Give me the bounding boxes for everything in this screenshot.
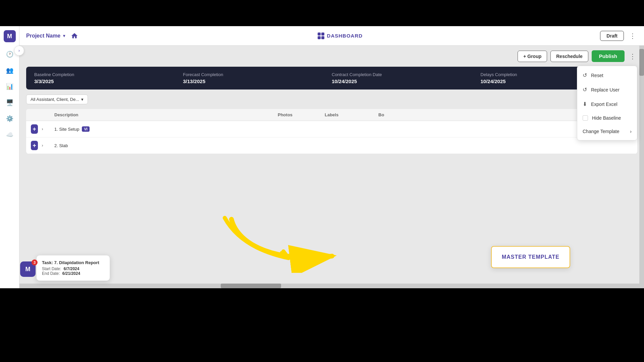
horizontal-scrollbar[interactable] [19, 284, 639, 288]
top-nav: Project Name ▾ DASHBOARD Draft ⋮ [19, 26, 644, 46]
th-photos: Photos [273, 109, 320, 121]
row1-add-button[interactable]: + [31, 124, 38, 134]
reschedule-button[interactable]: Reschedule [550, 51, 588, 62]
baseline-label: Baseline Completion [34, 72, 183, 77]
notification-badge: 3 [32, 259, 38, 265]
nav-center: DASHBOARD [80, 33, 600, 39]
row2-photos [273, 142, 320, 149]
filter-bar: All Assistant, Client, De... ▾ ⇕ [19, 89, 644, 109]
black-bar-top [0, 0, 644, 26]
sidebar-item-monitor[interactable]: 🖥️ [3, 96, 16, 109]
draft-button[interactable]: Draft [600, 31, 624, 41]
table-row: + › 1. Site Setup VI [26, 121, 637, 137]
sidebar-item-cloud[interactable]: ☁️ [3, 128, 16, 141]
end-value: 6/21/2024 [62, 271, 80, 276]
home-button[interactable] [69, 31, 80, 41]
row1-action-group: + › [31, 124, 45, 134]
group-button[interactable]: + Group [518, 51, 547, 62]
nav-right: Draft ⋮ [600, 31, 637, 41]
replace-user-icon: ↺ [583, 86, 587, 93]
sidebar-item-people[interactable]: 👥 [3, 64, 16, 77]
row1-description: 1. Site Setup VI [50, 123, 273, 135]
row2-extra [414, 142, 637, 149]
notification-start: Start Date: 6/7/2024 [42, 266, 104, 271]
action-more-button[interactable]: ⋮ [628, 52, 637, 61]
dashboard-icon [318, 33, 324, 39]
row2-action-group: + › [31, 141, 45, 150]
replace-user-label: Replace User [591, 87, 620, 93]
row1-photos [273, 126, 320, 132]
horizontal-scrollbar-thumb[interactable] [221, 284, 281, 288]
export-label: Export Excel [591, 102, 618, 107]
dropdown-replace-user[interactable]: ↺ Replace User [577, 82, 637, 97]
contract-label: Contract Completion Date [332, 72, 481, 77]
filter-chevron-icon: ▾ [81, 97, 84, 102]
project-name[interactable]: Project Name ▾ [26, 33, 65, 39]
row1-expand-button[interactable]: › [40, 126, 45, 132]
row2-actions: + › [26, 137, 50, 154]
table-header: Description Photos Labels Bo [26, 109, 637, 121]
row2-bo [374, 142, 414, 149]
completion-contract: Contract Completion Date 10/24/2025 [332, 72, 481, 84]
filter-select[interactable]: All Assistant, Client, De... ▾ [26, 95, 88, 104]
th-labels: Labels [320, 109, 374, 121]
hide-baseline-label: Hide Baseline [592, 115, 621, 121]
dropdown-export-excel[interactable]: ⬇ Export Excel [577, 97, 637, 111]
hide-baseline-checkbox[interactable] [583, 115, 588, 121]
action-bar: + Group Reschedule Publish ⋮ [19, 46, 644, 67]
dashboard-label: DASHBOARD [327, 33, 363, 39]
dropdown-reset[interactable]: ↺ Reset [577, 68, 637, 82]
scrollbar-thumb[interactable] [639, 49, 644, 76]
master-template-popup: MASTER TEMPLATE [491, 246, 570, 268]
row1-labels [320, 126, 374, 132]
table-area: Description Photos Labels Bo + › 1. Site… [26, 109, 637, 154]
dropdown-hide-baseline[interactable]: Hide Baseline [577, 111, 637, 125]
notification-popup: Task: 7. Dilapidation Report Start Date:… [36, 255, 110, 281]
publish-button[interactable]: Publish [592, 50, 625, 62]
baseline-value: 3/3/2025 [34, 78, 183, 84]
th-description: Description [50, 109, 273, 121]
sidebar-item-settings[interactable]: ⚙️ [3, 112, 16, 125]
th-bo: Bo [374, 109, 414, 121]
project-dropdown-chevron: ▾ [63, 34, 65, 38]
row1-bo [374, 126, 414, 132]
end-label: End Date: [42, 271, 60, 276]
row2-labels [320, 142, 374, 149]
completion-bar: Baseline Completion 3/3/2025 Forecast Co… [26, 67, 637, 89]
forecast-label: Forecast Completion [183, 72, 332, 77]
nav-more-button[interactable]: ⋮ [628, 31, 637, 41]
change-template-arrow: › [630, 129, 632, 134]
notification-icon[interactable]: M 3 [20, 261, 36, 277]
th-actions [26, 109, 50, 121]
row2-expand-button[interactable]: › [40, 142, 45, 149]
sidebar-item-chart[interactable]: 📊 [3, 80, 16, 93]
sidebar-expand-toggle[interactable]: › [14, 46, 24, 56]
row2-add-button[interactable]: + [31, 141, 38, 150]
vertical-scrollbar[interactable] [639, 46, 644, 288]
master-template-label: MASTER TEMPLATE [502, 254, 559, 260]
export-icon: ⬇ [583, 101, 587, 107]
contract-value: 10/24/2025 [332, 78, 481, 84]
row1-actions: + › [26, 121, 50, 137]
filter-select-label: All Assistant, Client, De... [31, 97, 79, 102]
row2-name: 2. Slab [54, 143, 68, 148]
completion-forecast: Forecast Completion 3/13/2025 [183, 72, 332, 84]
dropdown-change-template[interactable]: Change Template › [577, 125, 637, 138]
sidebar: M 🕐 👥 📊 🖥️ ⚙️ ☁️ [0, 26, 19, 288]
reset-label: Reset [591, 73, 603, 78]
notification-end: End Date: 6/21/2024 [42, 271, 104, 276]
completion-baseline: Baseline Completion 3/3/2025 [34, 72, 183, 84]
reset-icon: ↺ [583, 72, 587, 78]
app-logo[interactable]: M [4, 30, 16, 42]
row1-badge: VI [82, 126, 89, 132]
row1-name: 1. Site Setup [54, 127, 79, 132]
start-value: 6/7/2024 [64, 266, 79, 271]
dropdown-menu: ↺ Reset ↺ Replace User ⬇ Export Excel Hi… [577, 66, 637, 140]
black-bar-bottom [0, 288, 644, 362]
project-name-label: Project Name [26, 33, 60, 39]
notification-title: Task: 7. Dilapidation Report [42, 260, 104, 265]
change-template-label: Change Template [583, 129, 619, 134]
start-label: Start Date: [42, 266, 61, 271]
row2-description: 2. Slab [50, 140, 273, 152]
forecast-value: 3/13/2025 [183, 78, 332, 84]
